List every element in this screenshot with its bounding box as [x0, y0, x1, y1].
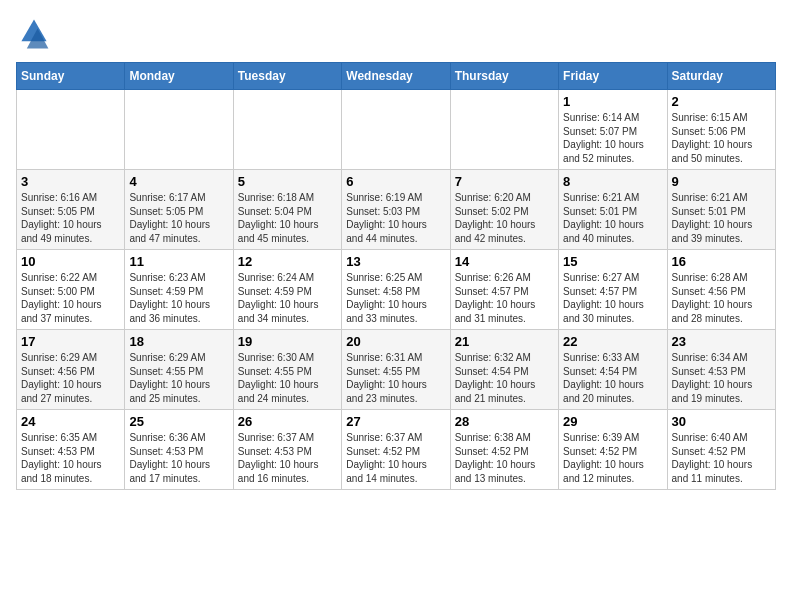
calendar-cell: 25Sunrise: 6:36 AM Sunset: 4:53 PM Dayli…: [125, 410, 233, 490]
day-number: 4: [129, 174, 228, 189]
calendar-cell: 16Sunrise: 6:28 AM Sunset: 4:56 PM Dayli…: [667, 250, 775, 330]
weekday-header: Tuesday: [233, 63, 341, 90]
calendar-cell: 1Sunrise: 6:14 AM Sunset: 5:07 PM Daylig…: [559, 90, 667, 170]
day-info: Sunrise: 6:29 AM Sunset: 4:56 PM Dayligh…: [21, 351, 120, 405]
day-info: Sunrise: 6:20 AM Sunset: 5:02 PM Dayligh…: [455, 191, 554, 245]
calendar-cell: 8Sunrise: 6:21 AM Sunset: 5:01 PM Daylig…: [559, 170, 667, 250]
day-info: Sunrise: 6:23 AM Sunset: 4:59 PM Dayligh…: [129, 271, 228, 325]
day-info: Sunrise: 6:32 AM Sunset: 4:54 PM Dayligh…: [455, 351, 554, 405]
calendar-table: SundayMondayTuesdayWednesdayThursdayFrid…: [16, 62, 776, 490]
day-info: Sunrise: 6:15 AM Sunset: 5:06 PM Dayligh…: [672, 111, 771, 165]
calendar-cell: 18Sunrise: 6:29 AM Sunset: 4:55 PM Dayli…: [125, 330, 233, 410]
day-number: 20: [346, 334, 445, 349]
day-number: 1: [563, 94, 662, 109]
day-info: Sunrise: 6:28 AM Sunset: 4:56 PM Dayligh…: [672, 271, 771, 325]
weekday-header: Sunday: [17, 63, 125, 90]
day-number: 21: [455, 334, 554, 349]
calendar-cell: 19Sunrise: 6:30 AM Sunset: 4:55 PM Dayli…: [233, 330, 341, 410]
day-info: Sunrise: 6:16 AM Sunset: 5:05 PM Dayligh…: [21, 191, 120, 245]
calendar-cell: 10Sunrise: 6:22 AM Sunset: 5:00 PM Dayli…: [17, 250, 125, 330]
day-info: Sunrise: 6:21 AM Sunset: 5:01 PM Dayligh…: [672, 191, 771, 245]
day-info: Sunrise: 6:17 AM Sunset: 5:05 PM Dayligh…: [129, 191, 228, 245]
day-number: 28: [455, 414, 554, 429]
calendar-cell: 23Sunrise: 6:34 AM Sunset: 4:53 PM Dayli…: [667, 330, 775, 410]
calendar-cell: 13Sunrise: 6:25 AM Sunset: 4:58 PM Dayli…: [342, 250, 450, 330]
calendar-cell: 4Sunrise: 6:17 AM Sunset: 5:05 PM Daylig…: [125, 170, 233, 250]
calendar-cell: 14Sunrise: 6:26 AM Sunset: 4:57 PM Dayli…: [450, 250, 558, 330]
day-info: Sunrise: 6:19 AM Sunset: 5:03 PM Dayligh…: [346, 191, 445, 245]
calendar-week: 1Sunrise: 6:14 AM Sunset: 5:07 PM Daylig…: [17, 90, 776, 170]
calendar-cell: 24Sunrise: 6:35 AM Sunset: 4:53 PM Dayli…: [17, 410, 125, 490]
day-number: 27: [346, 414, 445, 429]
day-number: 24: [21, 414, 120, 429]
calendar-cell: [450, 90, 558, 170]
day-number: 10: [21, 254, 120, 269]
day-number: 7: [455, 174, 554, 189]
calendar-cell: [342, 90, 450, 170]
day-info: Sunrise: 6:22 AM Sunset: 5:00 PM Dayligh…: [21, 271, 120, 325]
day-number: 25: [129, 414, 228, 429]
calendar-cell: 21Sunrise: 6:32 AM Sunset: 4:54 PM Dayli…: [450, 330, 558, 410]
calendar-week: 3Sunrise: 6:16 AM Sunset: 5:05 PM Daylig…: [17, 170, 776, 250]
calendar-cell: 27Sunrise: 6:37 AM Sunset: 4:52 PM Dayli…: [342, 410, 450, 490]
calendar-cell: 15Sunrise: 6:27 AM Sunset: 4:57 PM Dayli…: [559, 250, 667, 330]
calendar-week: 17Sunrise: 6:29 AM Sunset: 4:56 PM Dayli…: [17, 330, 776, 410]
calendar-week: 24Sunrise: 6:35 AM Sunset: 4:53 PM Dayli…: [17, 410, 776, 490]
day-number: 16: [672, 254, 771, 269]
day-number: 9: [672, 174, 771, 189]
day-info: Sunrise: 6:25 AM Sunset: 4:58 PM Dayligh…: [346, 271, 445, 325]
day-info: Sunrise: 6:35 AM Sunset: 4:53 PM Dayligh…: [21, 431, 120, 485]
calendar-cell: 3Sunrise: 6:16 AM Sunset: 5:05 PM Daylig…: [17, 170, 125, 250]
day-number: 29: [563, 414, 662, 429]
day-number: 15: [563, 254, 662, 269]
day-info: Sunrise: 6:39 AM Sunset: 4:52 PM Dayligh…: [563, 431, 662, 485]
weekday-header: Monday: [125, 63, 233, 90]
day-number: 19: [238, 334, 337, 349]
calendar-cell: 11Sunrise: 6:23 AM Sunset: 4:59 PM Dayli…: [125, 250, 233, 330]
header: [16, 16, 776, 52]
calendar-cell: 6Sunrise: 6:19 AM Sunset: 5:03 PM Daylig…: [342, 170, 450, 250]
calendar-cell: 20Sunrise: 6:31 AM Sunset: 4:55 PM Dayli…: [342, 330, 450, 410]
calendar-cell: 29Sunrise: 6:39 AM Sunset: 4:52 PM Dayli…: [559, 410, 667, 490]
day-number: 30: [672, 414, 771, 429]
day-info: Sunrise: 6:37 AM Sunset: 4:52 PM Dayligh…: [346, 431, 445, 485]
calendar-cell: 7Sunrise: 6:20 AM Sunset: 5:02 PM Daylig…: [450, 170, 558, 250]
day-info: Sunrise: 6:26 AM Sunset: 4:57 PM Dayligh…: [455, 271, 554, 325]
day-info: Sunrise: 6:33 AM Sunset: 4:54 PM Dayligh…: [563, 351, 662, 405]
day-number: 22: [563, 334, 662, 349]
calendar-cell: 5Sunrise: 6:18 AM Sunset: 5:04 PM Daylig…: [233, 170, 341, 250]
day-info: Sunrise: 6:24 AM Sunset: 4:59 PM Dayligh…: [238, 271, 337, 325]
calendar-cell: [125, 90, 233, 170]
day-number: 3: [21, 174, 120, 189]
day-info: Sunrise: 6:34 AM Sunset: 4:53 PM Dayligh…: [672, 351, 771, 405]
day-info: Sunrise: 6:37 AM Sunset: 4:53 PM Dayligh…: [238, 431, 337, 485]
calendar-cell: [233, 90, 341, 170]
logo-icon: [16, 16, 52, 52]
day-info: Sunrise: 6:38 AM Sunset: 4:52 PM Dayligh…: [455, 431, 554, 485]
calendar-header: SundayMondayTuesdayWednesdayThursdayFrid…: [17, 63, 776, 90]
day-number: 26: [238, 414, 337, 429]
calendar-cell: 12Sunrise: 6:24 AM Sunset: 4:59 PM Dayli…: [233, 250, 341, 330]
day-number: 12: [238, 254, 337, 269]
day-number: 13: [346, 254, 445, 269]
day-info: Sunrise: 6:36 AM Sunset: 4:53 PM Dayligh…: [129, 431, 228, 485]
calendar-cell: 9Sunrise: 6:21 AM Sunset: 5:01 PM Daylig…: [667, 170, 775, 250]
day-info: Sunrise: 6:18 AM Sunset: 5:04 PM Dayligh…: [238, 191, 337, 245]
calendar-cell: 17Sunrise: 6:29 AM Sunset: 4:56 PM Dayli…: [17, 330, 125, 410]
weekday-header: Thursday: [450, 63, 558, 90]
day-info: Sunrise: 6:31 AM Sunset: 4:55 PM Dayligh…: [346, 351, 445, 405]
logo: [16, 16, 56, 52]
calendar-cell: 26Sunrise: 6:37 AM Sunset: 4:53 PM Dayli…: [233, 410, 341, 490]
weekday-header: Friday: [559, 63, 667, 90]
calendar-cell: 22Sunrise: 6:33 AM Sunset: 4:54 PM Dayli…: [559, 330, 667, 410]
day-info: Sunrise: 6:30 AM Sunset: 4:55 PM Dayligh…: [238, 351, 337, 405]
day-number: 6: [346, 174, 445, 189]
calendar-body: 1Sunrise: 6:14 AM Sunset: 5:07 PM Daylig…: [17, 90, 776, 490]
day-info: Sunrise: 6:27 AM Sunset: 4:57 PM Dayligh…: [563, 271, 662, 325]
day-number: 14: [455, 254, 554, 269]
day-info: Sunrise: 6:14 AM Sunset: 5:07 PM Dayligh…: [563, 111, 662, 165]
calendar-cell: 30Sunrise: 6:40 AM Sunset: 4:52 PM Dayli…: [667, 410, 775, 490]
calendar-cell: [17, 90, 125, 170]
day-number: 17: [21, 334, 120, 349]
calendar-week: 10Sunrise: 6:22 AM Sunset: 5:00 PM Dayli…: [17, 250, 776, 330]
